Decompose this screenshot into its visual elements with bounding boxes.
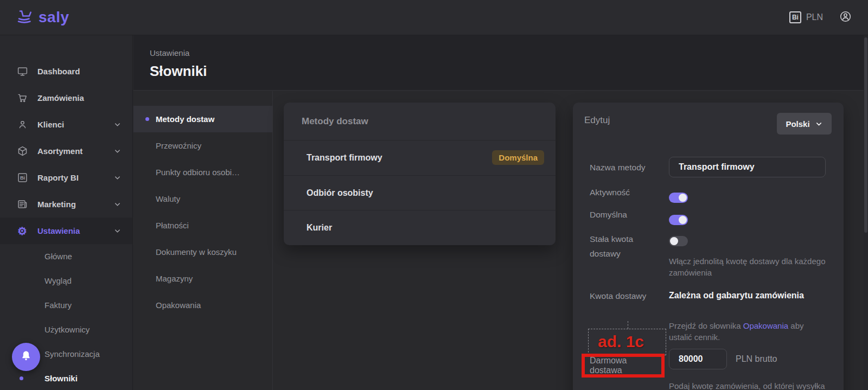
sidebar-item[interactable]: Dashboard [0, 58, 132, 85]
chevron-down-icon [113, 120, 122, 129]
annotation-text: ad. 1c [598, 333, 644, 351]
notifications-fab[interactable] [12, 343, 40, 371]
sidebar-subitem-label: Użytkownicy [44, 325, 90, 334]
dictionary-nav-label: Dokumenty w koszyku [156, 247, 237, 257]
scrollbar-thumb[interactable] [864, 37, 867, 233]
sidebar-subitem-label: Główne [44, 252, 72, 261]
svg-text:Bi: Bi [20, 175, 24, 181]
sidebar-item-label: Klienci [37, 120, 64, 129]
annotation-connector-line [628, 321, 628, 329]
dictionary-nav-label: Waluty [156, 194, 180, 203]
cart-logo-icon [16, 8, 35, 27]
monitor-icon [16, 66, 28, 78]
delivery-method-label: Odbiór osobisty [307, 188, 544, 198]
sidebar-item-label: Zamówienia [37, 93, 84, 103]
sidebar-subitem[interactable]: Użytkownicy [0, 317, 132, 342]
dictionary-nav-item[interactable]: Dokumenty w koszyku [133, 239, 272, 265]
dictionary-nav-item[interactable]: Punkty odbioru osobi… [133, 159, 272, 186]
language-select-button[interactable]: Polski [777, 113, 832, 135]
dictionary-nav-label: Przewoźnicy [156, 141, 201, 150]
sidebar-main-list: Dashboard Zamówienia Klienci [0, 58, 132, 244]
free-shipping-hint: Podaj kwotę zamówienia, od której wysyłk… [669, 380, 848, 390]
chevron-down-icon [113, 227, 122, 235]
page-header: Ustawienia Słowniki [133, 35, 868, 91]
free-shipping-suffix: PLN brutto [736, 350, 777, 368]
topbar-right: Bi PLN [789, 10, 852, 25]
chevron-down-icon [815, 120, 823, 128]
sidebar-subitem[interactable]: Wygląd [0, 268, 132, 293]
amount-hint: Przejdź do słownika Opakowania aby ustal… [669, 320, 805, 343]
active-toggle[interactable] [669, 193, 688, 203]
scrollbar[interactable] [864, 35, 868, 390]
sidebar-subitem[interactable]: Faktury [0, 293, 132, 317]
delivery-method-row[interactable]: Kurier [284, 210, 556, 245]
chevron-down-icon [113, 200, 122, 208]
app-logo[interactable]: saly [16, 8, 69, 27]
sidebar-subitem[interactable]: Główne [0, 244, 132, 268]
free-shipping-label: Darmowa dostawa [590, 356, 661, 375]
bi-icon: Bi [789, 11, 801, 23]
bi-icon: Bi [16, 172, 28, 184]
amount-hint-prefix: Przejdź do słownika [669, 321, 743, 330]
sidebar-item-label: Marketing [37, 200, 76, 209]
sidebar-subitem-label: Wygląd [44, 276, 72, 285]
sidebar-item[interactable]: Bi Raporty BI [0, 164, 132, 191]
default-toggle[interactable] [669, 215, 688, 225]
sidebar-item[interactable]: Asortyment [0, 138, 132, 164]
sidebar-item[interactable]: Klienci [0, 111, 132, 138]
delivery-method-label: Kurier [307, 223, 544, 233]
dictionary-nav-item[interactable]: Waluty [133, 186, 272, 212]
sidebar-item-label: Asortyment [37, 146, 82, 156]
delivery-method-row[interactable]: Transport firmowy Domyślna [284, 140, 556, 176]
dictionary-nav-label: Opakowania [156, 301, 201, 310]
breadcrumb[interactable]: Ustawienia [150, 48, 868, 57]
sidebar-item-label: Dashboard [37, 67, 80, 76]
sidebar-item[interactable]: Zamówienia [0, 85, 132, 111]
edit-panel-title: Edytuj [584, 115, 610, 126]
account-icon[interactable] [839, 10, 852, 25]
logo-text: saly [39, 9, 69, 26]
sidebar-subitem-label: Faktury [44, 301, 72, 310]
active-dot [20, 376, 23, 380]
dictionary-nav-list: Metody dostaw Przewoźnicy Punkty odbioru… [133, 106, 272, 318]
delivery-methods-list: Transport firmowy Domyślna Odbiór osobis… [284, 140, 556, 245]
currency-selector[interactable]: Bi PLN [789, 11, 823, 23]
dictionary-nav-item[interactable]: Metody dostaw [133, 106, 272, 132]
sidebar-subitem-label: Słowniki [44, 374, 78, 383]
app-window: saly Bi PLN Dashboard [0, 0, 868, 390]
sidebar-subitem-label: Synchronizacja [44, 349, 100, 359]
language-label: Polski [786, 119, 809, 129]
gear-icon: ⚙ [16, 225, 28, 237]
edit-panel: Edytuj Polski Nazwa metody Aktywność Dom… [573, 103, 844, 390]
dictionary-nav-item[interactable]: Magazyny [133, 265, 272, 292]
flat-rate-field-label: Stała kwota dostawy [590, 232, 650, 261]
flat-rate-hint: Włącz jednolitą kwotę dostawy dla każdeg… [669, 255, 838, 278]
dictionary-nav-label: Metody dostaw [156, 114, 214, 124]
flat-rate-toggle[interactable] [669, 236, 688, 246]
card-title: Metody dostaw [284, 103, 556, 140]
dictionary-nav-item[interactable]: Płatności [133, 212, 272, 239]
sidebar-item[interactable]: ⚙ Ustawienia [0, 218, 132, 244]
active-dot [145, 117, 149, 121]
dictionary-nav-label: Punkty odbioru osobi… [156, 168, 240, 177]
sidebar-item-label: Ustawienia [37, 226, 80, 235]
dictionary-nav: Metody dostaw Przewoźnicy Punkty odbioru… [133, 91, 273, 390]
box-icon [16, 145, 28, 157]
dictionary-nav-label: Magazyny [156, 274, 193, 283]
name-input[interactable] [669, 157, 826, 177]
chevron-down-icon [113, 147, 122, 155]
opakowania-link[interactable]: Opakowania [743, 321, 788, 330]
cart-icon [16, 92, 28, 104]
default-field-label: Domyślna [590, 210, 627, 220]
free-shipping-input[interactable] [669, 349, 727, 369]
name-field-label: Nazwa metody [590, 163, 646, 172]
dictionary-nav-label: Płatności [156, 221, 189, 230]
delivery-method-row[interactable]: Odbiór osobisty [284, 176, 556, 211]
sidebar-item[interactable]: Marketing [0, 191, 132, 218]
dictionary-nav-item[interactable]: Opakowania [133, 292, 272, 318]
chevron-down-icon [113, 174, 122, 182]
main-sidebar: Dashboard Zamówienia Klienci [0, 35, 133, 390]
dictionary-nav-item[interactable]: Przewoźnicy [133, 132, 272, 159]
delivery-methods-card: Metody dostaw Transport firmowy Domyślna… [284, 103, 556, 245]
currency-label: PLN [806, 12, 823, 22]
